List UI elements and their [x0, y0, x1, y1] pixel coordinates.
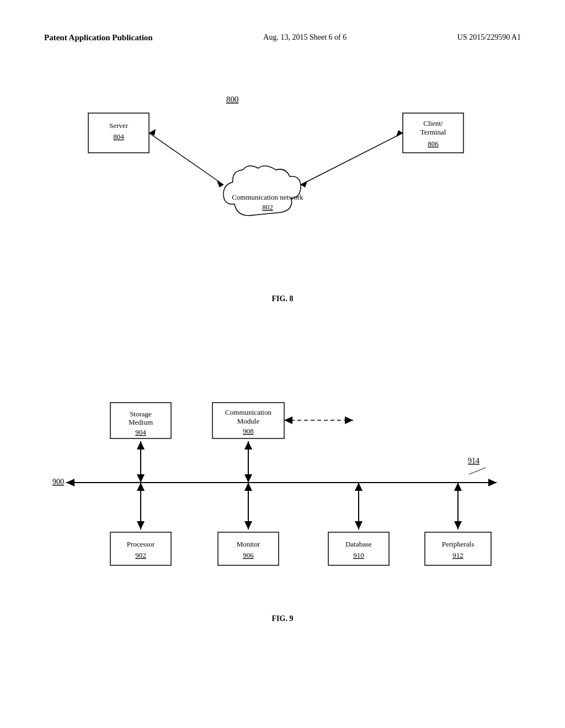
- publication-title: Patent Application Publication: [44, 33, 153, 42]
- date-sheet: Aug. 13, 2015 Sheet 6 of 6: [263, 33, 347, 41]
- arrowhead-to-server: [149, 129, 156, 136]
- fig8-ref-label: 800: [226, 95, 239, 104]
- db-up-arrow: [355, 483, 363, 491]
- monitor-box: [218, 532, 279, 565]
- client-label1: Client/: [423, 119, 443, 127]
- proc-down-arrow: [137, 521, 145, 529]
- db-down-arrow: [355, 521, 363, 529]
- client-label2: Terminal: [420, 128, 446, 136]
- periph-box: [425, 532, 491, 565]
- comm-down-arrow: [244, 474, 252, 483]
- bus-left-arrow: [66, 479, 74, 486]
- proc-up-arrow: [137, 483, 145, 491]
- header-right: US 2015/229590 A1: [457, 33, 521, 42]
- fig8-diagram: 800 Server 804 Client/ Terminal 806 Comm…: [44, 88, 521, 325]
- storage-label1: Storage: [130, 410, 152, 418]
- comm-label2: Module: [237, 417, 260, 425]
- header-center: Aug. 13, 2015 Sheet 6 of 6: [263, 33, 347, 42]
- comm-ref: 908: [243, 427, 254, 435]
- proc-box: [110, 532, 171, 565]
- network-ref: 802: [262, 203, 273, 211]
- arrowhead-to-client: [396, 130, 403, 137]
- client-ref: 806: [428, 140, 439, 148]
- arrowhead-to-net: [217, 181, 223, 188]
- periph-label: Peripherals: [442, 540, 474, 548]
- arrow-net-to-client: [301, 133, 403, 185]
- comm-dashed-left-arrow: [284, 416, 292, 424]
- fig9-svg: 900 914 Storage Medium 904 Communication…: [33, 397, 530, 618]
- comm-up-arrow: [244, 441, 252, 449]
- storage-up-arrow: [137, 441, 145, 449]
- monitor-down-arrow: [244, 521, 252, 529]
- fig8-caption-text: FIG. 8: [272, 295, 294, 303]
- page-header: Patent Application Publication Aug. 13, …: [44, 33, 521, 42]
- db-box: [328, 532, 389, 565]
- server-ref: 804: [113, 132, 124, 141]
- comm-dashed-arrow: [345, 416, 353, 424]
- fig9-ref-line: [469, 468, 486, 474]
- db-label: Database: [345, 540, 372, 548]
- storage-label2: Medium: [129, 418, 153, 426]
- header-left: Patent Application Publication: [44, 33, 153, 42]
- monitor-ref: 906: [243, 551, 254, 559]
- proc-ref: 902: [135, 551, 146, 559]
- bus-right-arrow: [488, 479, 497, 486]
- arrow-server-to-net: [149, 133, 223, 185]
- fig9-bus-ref: 914: [468, 457, 479, 465]
- storage-down-arrow: [137, 474, 145, 483]
- periph-up-arrow: [454, 483, 462, 491]
- arrowhead-from-net: [301, 181, 307, 188]
- network-label: Communication network: [232, 193, 303, 201]
- fig8-svg: 800 Server 804 Client/ Terminal 806 Comm…: [44, 88, 519, 309]
- page: Patent Application Publication Aug. 13, …: [0, 0, 565, 728]
- comm-label1: Communication: [225, 408, 271, 416]
- db-ref: 910: [353, 551, 364, 559]
- storage-ref: 904: [135, 428, 146, 436]
- cloud-group: Communication network 802: [223, 166, 303, 216]
- fig9-label: 900: [52, 478, 64, 486]
- proc-label: Processor: [127, 540, 155, 548]
- fig9-caption-text: FIG. 9: [272, 614, 294, 623]
- patent-number: US 2015/229590 A1: [457, 33, 521, 41]
- monitor-label: Monitor: [237, 540, 260, 548]
- monitor-up-arrow: [244, 483, 252, 491]
- periph-ref: 912: [452, 551, 463, 559]
- periph-down-arrow: [454, 521, 462, 529]
- server-label: Server: [109, 121, 129, 130]
- fig9-diagram: 900 914 Storage Medium 904 Communication…: [33, 397, 532, 651]
